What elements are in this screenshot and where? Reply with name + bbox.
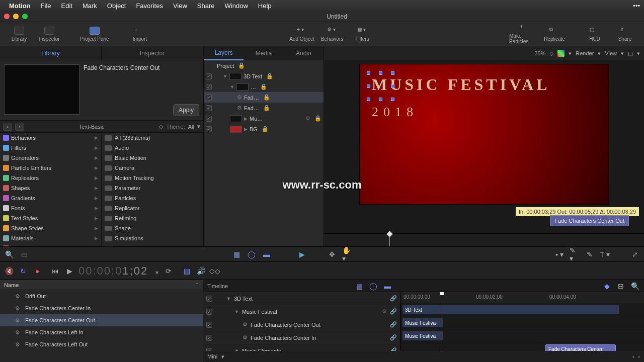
safe-dropdown-icon[interactable]: ▾ bbox=[637, 50, 640, 57]
layer-row[interactable]: ✓▼3D Text🔒 bbox=[204, 71, 324, 81]
bezier-tool-icon[interactable]: ✎ bbox=[585, 249, 595, 259]
keyframe-icon[interactable]: ◆ bbox=[602, 281, 612, 291]
category-text-styles[interactable]: Text Styles▶ bbox=[0, 213, 101, 223]
selection-handle[interactable] bbox=[379, 71, 382, 75]
replicate-button[interactable]: ⧉Replicate bbox=[539, 27, 570, 42]
timeline-row[interactable]: ✓▼Music Festival⚙🔗 bbox=[203, 305, 400, 318]
loop-icon[interactable]: ↻ bbox=[18, 266, 28, 276]
menu-share[interactable]: Share bbox=[193, 2, 219, 10]
list-view-icon[interactable]: ▭ bbox=[19, 249, 29, 259]
close-window-icon[interactable] bbox=[4, 14, 10, 19]
hud-button[interactable]: ▢HUD bbox=[580, 27, 610, 42]
add-object-button[interactable]: + ▾Add Object bbox=[287, 27, 317, 42]
visibility-checkbox[interactable]: ✓ bbox=[206, 116, 212, 122]
timeline-filter-icon[interactable]: ▦ bbox=[354, 281, 364, 291]
category-particle-emitters[interactable]: Particle Emitters▶ bbox=[0, 163, 101, 173]
view-dropdown-icon[interactable]: ▾ bbox=[621, 50, 624, 57]
clip-3d-text[interactable]: 3D Text bbox=[403, 305, 619, 314]
layer-row[interactable]: ✓▼…🔒 bbox=[204, 81, 324, 92]
layer-row[interactable]: Project🔒 bbox=[204, 60, 324, 71]
timeline-row[interactable]: ✓▼3D Text🔗 bbox=[203, 292, 400, 305]
timeline-circle-icon[interactable]: ◯ bbox=[368, 281, 378, 291]
category-fonts[interactable]: Fonts▶ bbox=[0, 203, 101, 213]
zoom-level[interactable]: 25% bbox=[534, 50, 545, 56]
safe-zones-icon[interactable]: ▢ bbox=[628, 50, 633, 57]
media-tab[interactable]: Media bbox=[244, 46, 283, 60]
subcat-particles[interactable]: Particles bbox=[102, 193, 203, 203]
app-name[interactable]: Motion bbox=[9, 2, 31, 10]
list-item[interactable]: ⚙Drift Out bbox=[0, 290, 203, 302]
name-column-header[interactable]: Name bbox=[4, 282, 19, 288]
filters-button[interactable]: ▦ ▾Filters bbox=[347, 27, 377, 42]
visibility-checkbox[interactable]: ✓ bbox=[206, 73, 212, 79]
layer-row[interactable]: ✓▶Mu…⚙🔒 bbox=[204, 113, 324, 124]
layer-row[interactable]: ✓▶BG🔒 bbox=[204, 124, 324, 134]
link-icon[interactable]: 🔗 bbox=[390, 334, 397, 341]
menu-file[interactable]: File bbox=[37, 2, 55, 10]
subcat-simulations[interactable]: Simulations bbox=[102, 233, 203, 243]
gear-icon[interactable]: ⚙ bbox=[382, 308, 387, 315]
render-dropdown-icon[interactable]: ▾ bbox=[598, 50, 601, 57]
lock-icon[interactable]: 🔒 bbox=[314, 115, 321, 122]
visibility-checkbox[interactable]: ✓ bbox=[206, 296, 212, 302]
selection-handle[interactable] bbox=[391, 98, 394, 101]
menu-window[interactable]: Window bbox=[221, 2, 252, 10]
snap-icon[interactable]: ⊟ bbox=[616, 281, 626, 291]
lock-icon[interactable]: 🔒 bbox=[262, 126, 269, 132]
expand-icon[interactable]: ⤢ bbox=[630, 249, 640, 259]
category-materials[interactable]: Materials▶ bbox=[0, 233, 101, 243]
layer-row[interactable]: ✓⚙Fad…🔒 bbox=[204, 103, 324, 113]
visibility-checkbox[interactable]: ✓ bbox=[206, 322, 212, 328]
menubar-extras-icon[interactable]: ••• bbox=[633, 2, 640, 10]
subcat-motion-tracking[interactable]: Motion Tracking bbox=[102, 173, 203, 183]
keyframe-nav-icon[interactable]: ◇◇ bbox=[210, 266, 220, 276]
list-item[interactable]: ⚙Fade Characters Left Out bbox=[0, 338, 203, 350]
mini-dropdown-icon[interactable]: ▾ bbox=[221, 353, 224, 360]
layer-row[interactable]: ✓⚙Fad…🔒 bbox=[204, 92, 324, 103]
link-icon[interactable]: 🔗 bbox=[390, 295, 397, 302]
pan-tool-icon[interactable]: ✋ ▾ bbox=[342, 249, 352, 259]
visibility-checkbox[interactable]: ✓ bbox=[206, 95, 212, 101]
subcat-text-animation[interactable]: Text Animation bbox=[102, 243, 203, 246]
disclosure-icon[interactable]: ▼ bbox=[223, 74, 227, 79]
clip-music-festival-2[interactable]: Music Festiva bbox=[403, 331, 443, 340]
go-to-start-icon[interactable]: ⏮ bbox=[50, 266, 60, 276]
share-button[interactable]: ⇧Share bbox=[610, 27, 640, 42]
menu-favorites[interactable]: Favorites bbox=[132, 2, 167, 10]
project-pane-button[interactable]: Project Pane bbox=[79, 27, 110, 42]
visibility-checkbox[interactable]: ✓ bbox=[206, 126, 212, 132]
library-tab[interactable]: Library bbox=[0, 46, 102, 60]
link-icon[interactable]: 🔗 bbox=[390, 308, 397, 315]
disclosure-icon[interactable]: ▼ bbox=[230, 84, 234, 89]
color-dropdown-icon[interactable]: ▾ bbox=[569, 50, 572, 57]
link-icon[interactable]: 🔗 bbox=[390, 321, 397, 328]
theme-dropdown-icon[interactable]: ▾ bbox=[197, 123, 200, 130]
selection-handle[interactable] bbox=[391, 71, 394, 75]
lock-icon[interactable]: 🔒 bbox=[263, 105, 270, 111]
menu-help[interactable]: Help bbox=[254, 2, 276, 10]
category-shapes[interactable]: Shapes▶ bbox=[0, 183, 101, 193]
subcat-shape[interactable]: Shape bbox=[102, 223, 203, 233]
subcat-basic-motion[interactable]: Basic Motion bbox=[102, 153, 203, 163]
make-particles-button[interactable]: ✶Make Particles bbox=[509, 24, 539, 44]
play-icon[interactable]: ▶ bbox=[297, 249, 307, 259]
mini-label[interactable]: Mini bbox=[207, 353, 217, 359]
visibility-checkbox[interactable]: ✓ bbox=[206, 309, 212, 315]
gear-icon[interactable]: ⚙ bbox=[305, 115, 310, 122]
visibility-checkbox[interactable]: ✓ bbox=[206, 105, 212, 111]
visibility-checkbox[interactable]: ✓ bbox=[206, 84, 212, 90]
canvas-stage[interactable]: Music Festival 2018 bbox=[360, 64, 608, 204]
visibility-checkbox[interactable]: ✓ bbox=[206, 335, 212, 341]
audio-tab[interactable]: Audio bbox=[284, 46, 324, 60]
rect-icon[interactable]: ▬ bbox=[262, 249, 272, 259]
minimize-window-icon[interactable] bbox=[13, 14, 19, 19]
subcat-all-233-items-[interactable]: All (233 items) bbox=[102, 133, 203, 143]
category-generators[interactable]: Generators▶ bbox=[0, 153, 101, 163]
selection-handle[interactable] bbox=[367, 98, 370, 101]
zoom-window-icon[interactable] bbox=[22, 14, 28, 19]
lock-icon[interactable]: 🔒 bbox=[238, 62, 245, 69]
scroll-right-icon[interactable]: › bbox=[638, 353, 640, 359]
menu-mark[interactable]: Mark bbox=[78, 2, 101, 10]
mute-audio-icon[interactable]: 🔇 bbox=[4, 266, 14, 276]
paint-tool-icon[interactable]: ✎ ▾ bbox=[570, 249, 580, 259]
